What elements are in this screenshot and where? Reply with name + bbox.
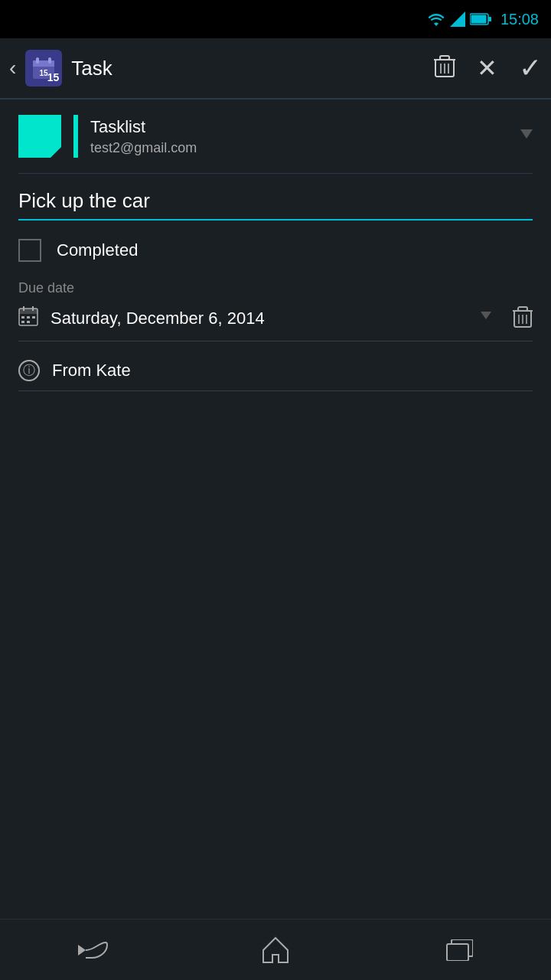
delete-task-button[interactable]: [434, 54, 455, 83]
nav-back-button[interactable]: [61, 927, 122, 973]
svg-rect-23: [21, 321, 24, 323]
task-title-container: [18, 174, 533, 220]
tasklist-row[interactable]: Tasklist test2@gmail.com: [18, 100, 533, 174]
svg-rect-22: [32, 316, 35, 318]
status-icons: 15:08: [427, 11, 539, 28]
completed-label: Completed: [57, 240, 138, 260]
svg-marker-15: [520, 129, 533, 139]
calendar-icon: [18, 306, 38, 331]
tasklist-color-block: [18, 115, 61, 158]
svg-rect-21: [27, 316, 30, 318]
svg-text:15: 15: [40, 69, 49, 77]
notes-row[interactable]: ⓘ From Kate: [18, 360, 533, 391]
completed-row: Completed: [18, 239, 533, 262]
bottom-nav: [0, 919, 551, 980]
tasklist-accent: [73, 115, 78, 158]
delete-date-trash-icon: [513, 305, 533, 328]
date-dropdown-chevron-icon: [481, 312, 491, 325]
svg-rect-3: [488, 17, 491, 21]
trash-icon: [434, 54, 455, 78]
tasklist-email: test2@gmail.com: [90, 140, 508, 156]
completed-checkbox[interactable]: [18, 239, 41, 262]
delete-date-button[interactable]: [513, 305, 533, 332]
app-bar-actions: ✕ ✓: [434, 52, 542, 84]
main-content: Tasklist test2@gmail.com Completed Due d…: [0, 100, 551, 391]
svg-rect-6: [36, 57, 39, 64]
tasklist-info: Tasklist test2@gmail.com: [90, 117, 508, 156]
svg-rect-7: [48, 57, 51, 64]
nav-recents-button[interactable]: [429, 927, 490, 973]
app-bar-left: ‹ 15 Task: [9, 50, 434, 87]
notes-info-icon: ⓘ: [18, 360, 40, 381]
notes-text: From Kate: [52, 361, 131, 381]
nav-back-icon: [75, 939, 109, 962]
due-date-value: Saturday, December 6, 2014: [51, 309, 468, 328]
svg-rect-2: [471, 15, 486, 24]
svg-marker-25: [481, 312, 491, 319]
svg-rect-34: [447, 944, 468, 961]
wifi-icon: [427, 12, 445, 26]
signal-icon: [450, 11, 465, 27]
confirm-button[interactable]: ✓: [519, 52, 542, 84]
dropdown-arrow-icon: [520, 129, 533, 142]
back-button[interactable]: ‹: [9, 56, 16, 80]
due-date-row[interactable]: Saturday, December 6, 2014: [18, 305, 533, 341]
app-bar: ‹ 15 Task ✕ ✓: [0, 38, 551, 100]
task-title-input[interactable]: [18, 189, 533, 213]
page-title: Task: [71, 57, 112, 80]
nav-recents-icon: [445, 939, 473, 961]
svg-marker-32: [263, 938, 288, 962]
tasklist-chevron-icon: [520, 128, 533, 145]
status-bar: 15:08: [0, 0, 551, 38]
svg-rect-20: [21, 316, 24, 318]
due-date-label: Due date: [18, 280, 533, 296]
svg-marker-0: [450, 11, 465, 27]
close-button[interactable]: ✕: [477, 54, 497, 83]
calendar-app-icon: 15: [33, 57, 54, 79]
nav-home-button[interactable]: [245, 927, 306, 973]
app-icon: 15: [25, 50, 62, 87]
nav-home-icon: [262, 936, 289, 964]
svg-rect-24: [27, 321, 30, 323]
clock: 15:08: [500, 11, 539, 28]
tasklist-name: Tasklist: [90, 117, 508, 137]
date-calendar-icon: [18, 306, 38, 326]
battery-icon: [470, 13, 491, 25]
svg-rect-17: [19, 309, 37, 314]
